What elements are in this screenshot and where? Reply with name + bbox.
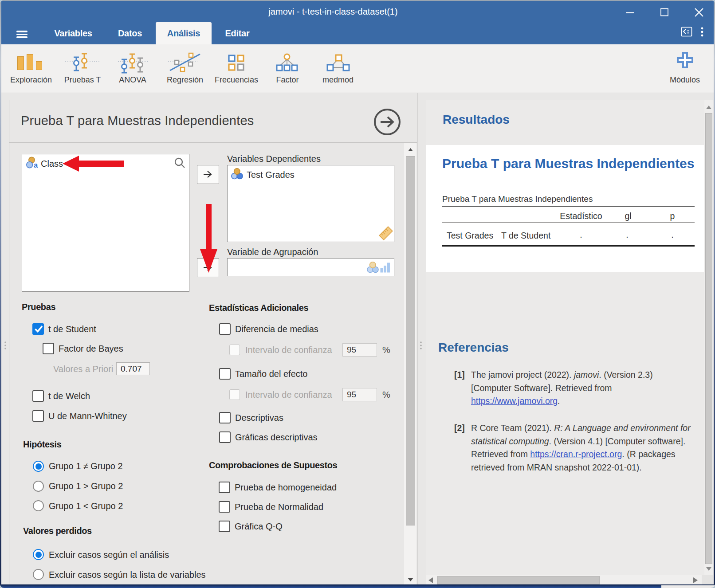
svg-text:a: a [34, 161, 38, 169]
